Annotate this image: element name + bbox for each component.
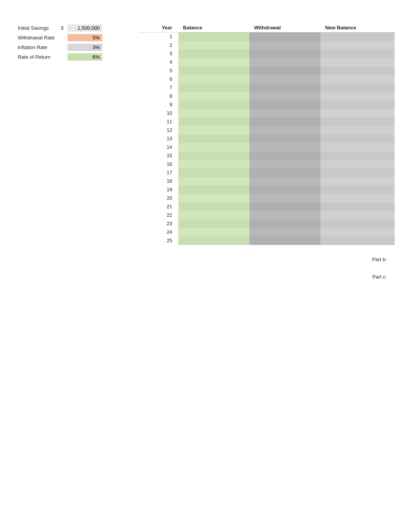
table-row: 18 xyxy=(139,177,395,185)
balance-cell xyxy=(178,228,249,236)
year-cell: 13 xyxy=(139,134,178,143)
balance-cell xyxy=(178,49,249,58)
year-cell: 6 xyxy=(139,75,178,83)
withdrawal-cell xyxy=(249,151,320,160)
inflation-rate-label: Inflation Rate xyxy=(15,42,58,52)
year-cell: 20 xyxy=(139,194,178,202)
table-row: 25 xyxy=(139,236,395,245)
year-cell: 21 xyxy=(139,202,178,211)
year-cell: 7 xyxy=(139,83,178,92)
withdrawal-rate-input[interactable] xyxy=(68,34,102,41)
year-cell: 19 xyxy=(139,185,178,194)
year-cell: 14 xyxy=(139,143,178,151)
table-row: 5 xyxy=(139,66,395,75)
part-labels: Part b: Part c: xyxy=(139,257,395,280)
year-cell: 17 xyxy=(139,168,178,177)
withdrawal-cell xyxy=(249,211,320,219)
withdrawal-rate-row: Withdrawal Rate xyxy=(15,33,105,42)
table-row: 24 xyxy=(139,228,395,236)
part-c-label: Part c: xyxy=(139,274,387,280)
header-withdrawal: Withdrawal xyxy=(249,23,320,32)
initial-savings-input[interactable] xyxy=(68,24,102,32)
year-cell: 5 xyxy=(139,66,178,75)
new-balance-cell xyxy=(320,211,395,219)
withdrawal-cell xyxy=(249,194,320,202)
new-balance-cell xyxy=(320,228,395,236)
balance-cell xyxy=(178,41,249,49)
withdrawal-cell xyxy=(249,66,320,75)
new-balance-cell xyxy=(320,58,395,66)
rate-of-return-label: Rate of Return xyxy=(15,52,58,62)
new-balance-cell xyxy=(320,168,395,177)
balance-cell xyxy=(178,126,249,134)
withdrawal-cell xyxy=(249,83,320,92)
input-table: Initial Savings $ Withdrawal Rate Inflat… xyxy=(15,23,105,62)
header-year: Year xyxy=(139,23,178,32)
table-row: 20 xyxy=(139,194,395,202)
withdrawal-cell xyxy=(249,100,320,109)
withdrawal-cell xyxy=(249,177,320,185)
balance-cell xyxy=(178,66,249,75)
table-row: 13 xyxy=(139,134,395,143)
new-balance-cell xyxy=(320,194,395,202)
new-balance-cell xyxy=(320,92,395,100)
new-balance-cell xyxy=(320,117,395,126)
year-cell: 25 xyxy=(139,236,178,245)
year-cell: 3 xyxy=(139,49,178,58)
header-balance: Balance xyxy=(178,23,249,32)
withdrawal-cell xyxy=(249,32,320,41)
right-panel: Year Balance Withdrawal New Balance 1234… xyxy=(139,23,395,291)
withdrawal-rate-label: Withdrawal Rate xyxy=(15,33,58,42)
balance-cell xyxy=(178,32,249,41)
withdrawal-cell xyxy=(249,126,320,134)
withdrawal-cell xyxy=(249,92,320,100)
balance-cell xyxy=(178,92,249,100)
new-balance-cell xyxy=(320,151,395,160)
balance-cell xyxy=(178,143,249,151)
withdrawal-cell xyxy=(249,49,320,58)
dollar-sign: $ xyxy=(58,23,65,33)
balance-cell xyxy=(178,160,249,168)
year-cell: 24 xyxy=(139,228,178,236)
withdrawal-cell xyxy=(249,202,320,211)
year-cell: 22 xyxy=(139,211,178,219)
inflation-rate-row: Inflation Rate xyxy=(15,42,105,52)
rate-of-return-input[interactable] xyxy=(68,53,102,61)
balance-cell xyxy=(178,117,249,126)
year-cell: 8 xyxy=(139,92,178,100)
new-balance-cell xyxy=(320,219,395,228)
table-row: 7 xyxy=(139,83,395,92)
balance-cell xyxy=(178,58,249,66)
part-b-label: Part b: xyxy=(139,257,387,262)
balance-cell xyxy=(178,83,249,92)
withdrawal-cell xyxy=(249,236,320,245)
table-row: 2 xyxy=(139,41,395,49)
new-balance-cell xyxy=(320,126,395,134)
new-balance-cell xyxy=(320,75,395,83)
balance-cell xyxy=(178,177,249,185)
balance-cell xyxy=(178,211,249,219)
withdrawal-cell xyxy=(249,219,320,228)
new-balance-cell xyxy=(320,83,395,92)
header-new-balance: New Balance xyxy=(320,23,395,32)
table-row: 9 xyxy=(139,100,395,109)
table-row: 22 xyxy=(139,211,395,219)
balance-cell xyxy=(178,236,249,245)
table-row: 21 xyxy=(139,202,395,211)
withdrawal-cell xyxy=(249,134,320,143)
inflation-rate-input[interactable] xyxy=(68,44,102,51)
year-cell: 2 xyxy=(139,41,178,49)
table-row: 17 xyxy=(139,168,395,177)
withdrawal-cell xyxy=(249,117,320,126)
table-row: 10 xyxy=(139,109,395,117)
left-panel: Initial Savings $ Withdrawal Rate Inflat… xyxy=(15,23,116,62)
new-balance-cell xyxy=(320,143,395,151)
balance-cell xyxy=(178,75,249,83)
year-cell: 16 xyxy=(139,160,178,168)
table-header-row: Year Balance Withdrawal New Balance xyxy=(139,23,395,32)
withdrawal-cell xyxy=(249,41,320,49)
balance-cell xyxy=(178,168,249,177)
table-row: 15 xyxy=(139,151,395,160)
table-row: 8 xyxy=(139,92,395,100)
new-balance-cell xyxy=(320,177,395,185)
